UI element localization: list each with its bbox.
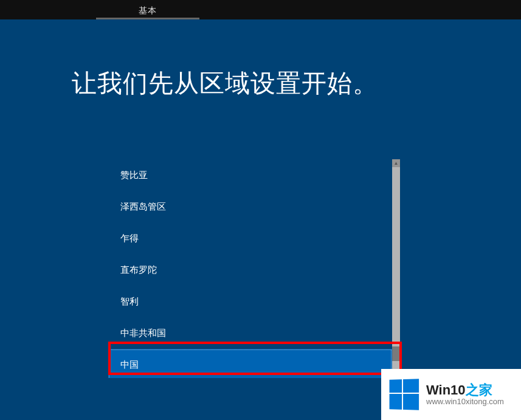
top-bar: 基本: [0, 0, 521, 19]
list-item[interactable]: 中非共和国: [108, 317, 392, 349]
scrollbar[interactable]: ▲ ▼: [392, 159, 400, 378]
watermark-title: Win10之家: [426, 382, 504, 398]
region-list-wrap: 赞比亚 泽西岛管区 乍得 直布罗陀 智利 中非共和国 中国 ▲ ▼: [108, 159, 400, 378]
region-list: 赞比亚 泽西岛管区 乍得 直布罗陀 智利 中非共和国 中国: [108, 159, 392, 378]
scroll-up-icon[interactable]: ▲: [392, 159, 400, 167]
windows-logo-icon: [390, 379, 419, 410]
scroll-thumb[interactable]: [392, 346, 400, 361]
watermark-brand-plain: Win10: [426, 382, 466, 398]
list-item-selected[interactable]: 中国: [108, 349, 392, 378]
watermark-brand-accent: 之家: [466, 382, 492, 398]
topbar-spacer: [0, 0, 96, 19]
list-item[interactable]: 赞比亚: [108, 159, 392, 191]
content-area: 让我们先从区域设置开始。: [0, 19, 521, 100]
watermark: Win10之家 www.win10xitong.com: [381, 369, 521, 420]
page-title: 让我们先从区域设置开始。: [72, 67, 521, 100]
watermark-text: Win10之家 www.win10xitong.com: [426, 382, 504, 407]
list-item[interactable]: 乍得: [108, 222, 392, 254]
tab-basic[interactable]: 基本: [96, 0, 199, 19]
list-item[interactable]: 智利: [108, 286, 392, 317]
list-item[interactable]: 直布罗陀: [108, 254, 392, 286]
list-item[interactable]: 泽西岛管区: [108, 191, 392, 222]
watermark-url: www.win10xitong.com: [426, 398, 504, 407]
